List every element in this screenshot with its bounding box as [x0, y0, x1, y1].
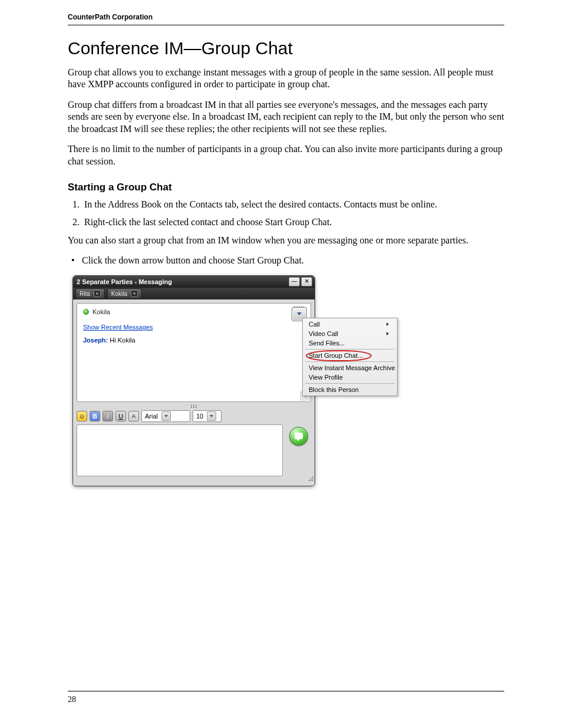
menu-call[interactable]: Call: [303, 319, 397, 329]
show-recent-link[interactable]: Show Recent Messages: [83, 324, 153, 331]
chevron-down-icon: [161, 411, 171, 421]
steps-list: In the Address Book on the Contacts tab,…: [68, 199, 504, 228]
speech-bubble-icon: [295, 433, 303, 439]
close-button[interactable]: ✕: [301, 277, 312, 286]
step-1: In the Address Book on the Contacts tab,…: [82, 199, 504, 210]
submenu-arrow-icon: [386, 332, 389, 335]
bold-button[interactable]: B: [90, 411, 100, 421]
menu-view-archive[interactable]: View Instant Message Archive: [303, 363, 397, 373]
bullet-1: Click the down arrow button and choose S…: [82, 255, 504, 266]
submenu-arrow-icon: [386, 322, 389, 326]
bullet-list: Click the down arrow button and choose S…: [68, 255, 504, 266]
minimize-button[interactable]: —: [289, 277, 300, 286]
conversation-pane: Kokila Show Recent Messages Joseph: Hi K…: [77, 303, 311, 402]
page-number: 28: [68, 695, 76, 704]
compose-toolbar: ☺ B i U A Arial 10: [77, 409, 311, 424]
splitter-grip[interactable]: [77, 403, 311, 408]
tab-close-icon[interactable]: ×: [131, 290, 138, 297]
tab-close-icon[interactable]: ×: [94, 290, 101, 297]
emoji-button[interactable]: ☺: [77, 411, 87, 421]
intro-para-2: Group chat differs from a broadcast IM i…: [68, 99, 504, 135]
im-window: 2 Separate Parties - Messaging — ✕ Rita …: [72, 275, 315, 486]
message-line: Joseph: Hi Kokila: [83, 337, 305, 344]
subheading: Starting a Group Chat: [68, 182, 504, 193]
menu-video-call[interactable]: Video Call: [303, 329, 397, 338]
resize-grip-icon[interactable]: [77, 476, 311, 482]
font-color-button[interactable]: A: [128, 411, 139, 421]
menu-label: Start Group Chat...: [309, 352, 363, 359]
footer-rule: [68, 691, 504, 691]
menu-label: Send Files...: [309, 340, 345, 347]
message-sender: Joseph:: [83, 337, 108, 344]
tab-strip: Rita × Kokila ×: [73, 288, 315, 299]
tab-label: Kokila: [111, 291, 127, 297]
contact-name: Kokila: [92, 308, 110, 315]
compose-textarea[interactable]: [77, 424, 283, 476]
tab-label: Rita: [80, 291, 90, 297]
presence-available-icon: [83, 309, 89, 315]
font-family-select[interactable]: Arial: [141, 410, 190, 422]
menu-separator: [305, 349, 395, 350]
screenshot-figure: 2 Separate Parties - Messaging — ✕ Rita …: [72, 275, 402, 486]
menu-label: Call: [309, 321, 320, 328]
font-size-value: 10: [196, 413, 203, 420]
chevron-down-icon: [297, 312, 302, 315]
step-2: Right-click the last selected contact an…: [82, 217, 504, 228]
font-size-select[interactable]: 10: [193, 410, 222, 422]
menu-view-profile[interactable]: View Profile: [303, 373, 397, 382]
send-button[interactable]: [289, 427, 308, 446]
menu-start-group-chat[interactable]: Start Group Chat...: [303, 351, 397, 360]
intro-para-3: There is no limit to the number of parti…: [68, 143, 504, 167]
running-header: CounterPath Corporation: [68, 13, 504, 25]
chevron-down-icon: [207, 411, 216, 421]
titlebar[interactable]: 2 Separate Parties - Messaging — ✕: [73, 276, 315, 288]
menu-block-person[interactable]: Block this Person: [303, 385, 397, 394]
intro-para-1: Group chat allows you to exchange instan…: [68, 67, 504, 91]
underline-button[interactable]: U: [115, 411, 126, 421]
client-area: Kokila Show Recent Messages Joseph: Hi K…: [73, 299, 315, 486]
menu-separator: [305, 361, 395, 362]
contact-header: Kokila: [83, 308, 305, 315]
page-title: Conference IM—Group Chat: [68, 38, 504, 58]
actions-context-menu: Call Video Call Send Files... Start Grou…: [302, 318, 398, 396]
menu-label: View Instant Message Archive: [309, 364, 395, 371]
tab-rita[interactable]: Rita ×: [75, 288, 105, 298]
menu-label: Video Call: [309, 330, 338, 337]
italic-button[interactable]: i: [103, 411, 113, 421]
window-title: 2 Separate Parties - Messaging: [77, 278, 287, 285]
post-steps-para: You can also start a group chat from an …: [68, 235, 504, 246]
menu-send-files[interactable]: Send Files...: [303, 338, 397, 348]
menu-label: Block this Person: [309, 386, 359, 393]
menu-label: View Profile: [309, 374, 343, 381]
menu-separator: [305, 383, 395, 384]
font-family-value: Arial: [145, 413, 158, 420]
message-text: Hi Kokila: [108, 337, 135, 344]
tab-kokila[interactable]: Kokila ×: [107, 288, 142, 298]
